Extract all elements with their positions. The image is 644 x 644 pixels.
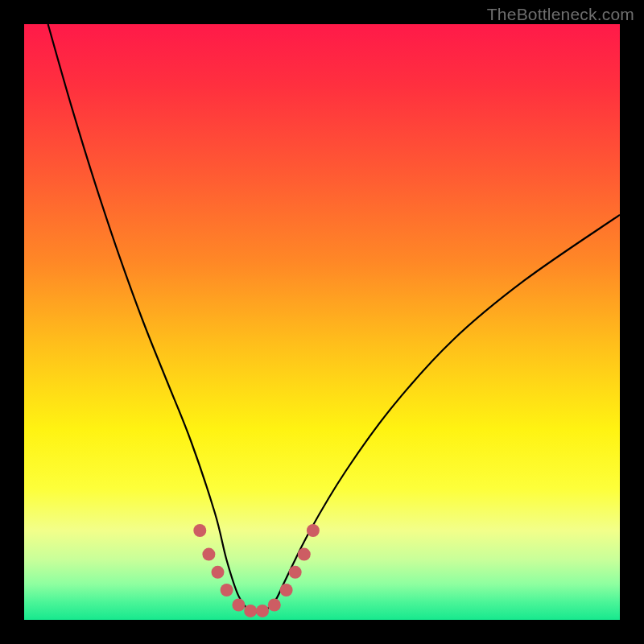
plot-area [24, 24, 620, 620]
optimum-marker [280, 584, 293, 597]
outer-frame: TheBottleneck.com [0, 0, 644, 644]
optimum-marker [244, 605, 257, 617]
curve-layer [24, 24, 620, 620]
optimum-marker [221, 584, 233, 597]
optimum-marker [298, 548, 311, 561]
optimum-marker [256, 605, 269, 617]
optimum-marker [202, 548, 215, 561]
optimum-marker [289, 566, 302, 579]
optimum-marker [268, 599, 281, 612]
optimum-marker [193, 524, 206, 537]
near-optimum-markers [193, 524, 320, 617]
optimum-marker [307, 524, 320, 537]
optimum-marker [212, 566, 225, 579]
watermark-text: TheBottleneck.com [487, 5, 634, 24]
optimum-marker [232, 599, 245, 612]
bottleneck-curve [48, 24, 620, 613]
